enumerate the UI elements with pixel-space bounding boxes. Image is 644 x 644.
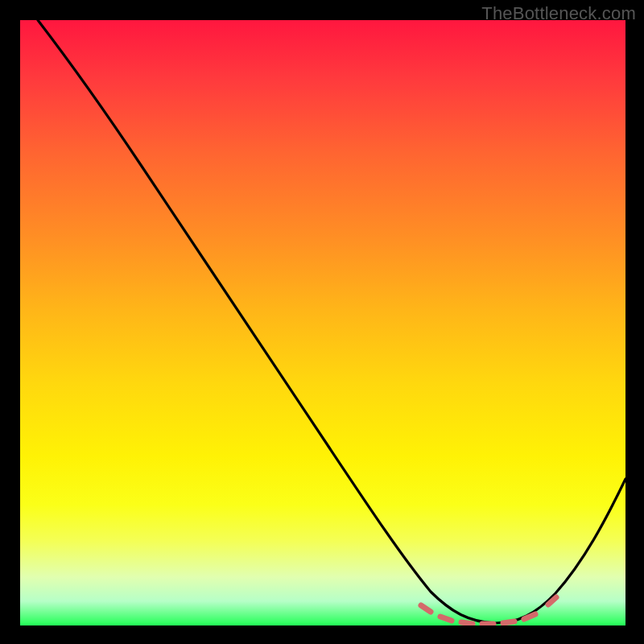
heat-gradient-background [20, 20, 625, 625]
plot-area [20, 20, 625, 625]
chart-container: TheBottleneck.com [0, 0, 644, 644]
watermark-text: TheBottleneck.com [481, 3, 636, 24]
